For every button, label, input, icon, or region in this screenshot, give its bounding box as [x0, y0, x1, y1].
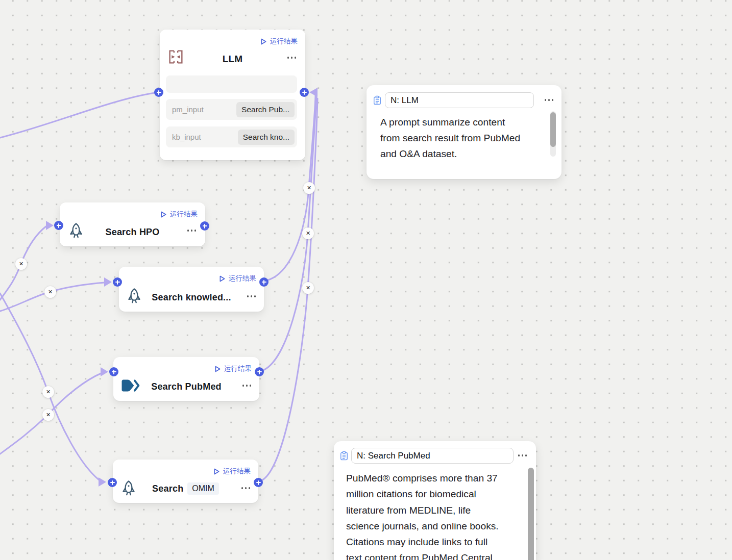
edge-delete-icon[interactable]: ✕ [15, 258, 27, 270]
workflow-canvas[interactable]: ✕ ✕ ✕ ✕ ✕ ✕ ✕ 运行结果 LLM pm_input Search P… [0, 0, 732, 560]
scrollbar-thumb[interactable] [550, 112, 556, 147]
note-card-search-pubmed[interactable]: PubMed® comprises more than 37 million c… [334, 441, 536, 560]
note-icon [373, 95, 381, 107]
port-left[interactable] [154, 88, 163, 97]
arrowhead-into-search-hpo [46, 221, 54, 230]
node-title: Search knowled... [152, 292, 231, 303]
more-menu-icon[interactable] [287, 57, 297, 59]
llm-variable-row: pm_input Search Pub... [166, 99, 297, 120]
note-title-input[interactable] [385, 92, 534, 108]
param-label: pm_input [172, 105, 204, 114]
run-results-label: 运行结果 [223, 467, 251, 476]
omim-variable-chip: OMIM [187, 482, 219, 495]
arrowhead-into-search-omim [99, 477, 106, 487]
port-right[interactable] [200, 221, 209, 231]
param-value-tag: Search kno... [238, 130, 295, 145]
port-right[interactable] [259, 277, 269, 287]
run-results-label: 运行结果 [270, 37, 298, 46]
play-icon [261, 38, 266, 45]
arrowhead-into-llm-right [309, 88, 318, 97]
more-menu-icon[interactable] [247, 295, 256, 297]
more-menu-icon[interactable] [241, 487, 251, 489]
run-results-label: 运行结果 [224, 364, 252, 373]
scrollbar[interactable] [528, 466, 534, 560]
node-search-hpo[interactable]: 运行结果 Search HPO [60, 202, 205, 246]
port-right[interactable] [255, 367, 264, 376]
port-left[interactable] [54, 221, 63, 230]
edge-delete-icon[interactable]: ✕ [302, 282, 314, 294]
edge-delete-icon[interactable]: ✕ [303, 182, 315, 194]
port-left[interactable] [109, 367, 118, 376]
note-body-text[interactable]: PubMed® comprises more than 37 million c… [346, 470, 522, 560]
edge-into-llm-left[interactable] [0, 93, 155, 138]
llm-variable-row: kb_input Search kno... [166, 126, 297, 147]
note-body-text[interactable]: A prompt summarize content from search r… [380, 114, 539, 157]
run-results-button[interactable]: 运行结果 [261, 37, 298, 46]
run-results-button[interactable]: 运行结果 [161, 210, 198, 219]
node-title: Search [152, 483, 183, 494]
note-card-llm[interactable]: A prompt summarize content from search r… [367, 85, 562, 179]
play-icon [161, 211, 166, 218]
arrowhead-into-search-knowledge [104, 277, 112, 287]
run-results-button[interactable]: 运行结果 [219, 274, 256, 283]
more-menu-icon[interactable] [545, 99, 554, 101]
more-menu-icon[interactable] [518, 454, 527, 456]
node-search-knowledge[interactable]: 运行结果 Search knowled... [119, 267, 264, 312]
port-left[interactable] [113, 277, 122, 287]
edge-delete-icon[interactable]: ✕ [302, 227, 314, 239]
run-results-label: 运行结果 [229, 274, 256, 283]
play-icon [214, 468, 219, 475]
run-results-label: 运行结果 [170, 210, 198, 219]
note-icon [340, 451, 348, 463]
scrollbar[interactable] [550, 111, 556, 157]
edge-delete-icon[interactable]: ✕ [44, 286, 56, 298]
edge-delete-icon[interactable]: ✕ [42, 386, 54, 398]
scrollbar-thumb[interactable] [528, 468, 534, 560]
node-llm[interactable]: 运行结果 LLM pm_input Search Pub... kb_input… [160, 30, 305, 160]
edge-delete-icon[interactable]: ✕ [42, 409, 54, 421]
play-icon [219, 275, 225, 282]
run-results-button[interactable]: 运行结果 [215, 364, 252, 373]
arrowhead-into-search-pubmed [101, 367, 108, 376]
run-results-button[interactable]: 运行结果 [214, 467, 251, 476]
port-right[interactable] [254, 478, 263, 487]
node-title: LLM [223, 54, 243, 65]
param-label: kb_input [172, 133, 201, 141]
play-icon [215, 366, 221, 372]
note-title-input[interactable] [351, 448, 514, 464]
node-search-omim[interactable]: 运行结果 Search OMIM [113, 460, 258, 503]
more-menu-icon[interactable] [242, 385, 252, 387]
port-left[interactable] [108, 478, 117, 487]
port-right[interactable] [300, 88, 309, 97]
node-title: Search HPO [105, 227, 159, 238]
more-menu-icon[interactable] [187, 230, 197, 232]
llm-variable-row-empty [166, 75, 297, 93]
param-value-tag: Search Pub... [236, 102, 295, 117]
node-title: Search PubMed [151, 381, 222, 392]
node-search-pubmed[interactable]: 运行结果 Search PubMed [113, 357, 259, 401]
